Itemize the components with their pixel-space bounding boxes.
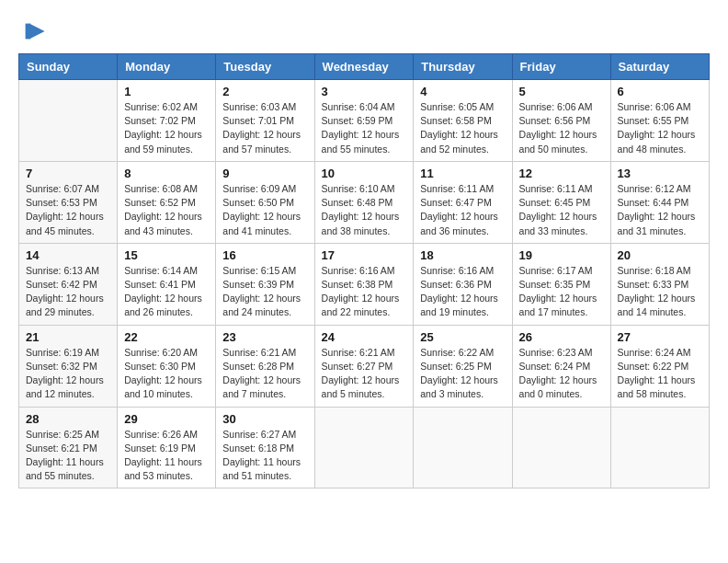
day-number: 13 (618, 167, 702, 180)
weekday-header: Sunday (19, 54, 118, 80)
day-number: 7 (26, 167, 110, 180)
calendar-cell (19, 80, 118, 162)
calendar-cell: 5Sunrise: 6:06 AM Sunset: 6:56 PM Daylig… (512, 80, 610, 162)
day-info: Sunrise: 6:08 AM Sunset: 6:52 PM Dayligh… (124, 182, 209, 238)
day-number: 2 (222, 85, 307, 98)
day-number: 11 (420, 167, 505, 180)
logo-icon (20, 18, 46, 44)
day-info: Sunrise: 6:06 AM Sunset: 6:55 PM Dayligh… (618, 100, 702, 156)
day-info: Sunrise: 6:26 AM Sunset: 6:19 PM Dayligh… (124, 428, 209, 484)
page-header (18, 15, 710, 44)
day-number: 8 (124, 167, 209, 180)
day-info: Sunrise: 6:04 AM Sunset: 6:59 PM Dayligh… (322, 100, 407, 156)
day-info: Sunrise: 6:27 AM Sunset: 6:18 PM Dayligh… (222, 428, 307, 484)
day-number: 22 (124, 330, 209, 344)
logo (18, 18, 46, 44)
day-info: Sunrise: 6:07 AM Sunset: 6:53 PM Dayligh… (26, 182, 110, 238)
calendar-cell: 30Sunrise: 6:27 AM Sunset: 6:18 PM Dayli… (216, 407, 314, 488)
calendar-cell: 17Sunrise: 6:16 AM Sunset: 6:38 PM Dayli… (314, 243, 414, 325)
day-info: Sunrise: 6:11 AM Sunset: 6:45 PM Dayligh… (519, 182, 604, 238)
calendar-cell: 9Sunrise: 6:09 AM Sunset: 6:50 PM Daylig… (216, 161, 314, 243)
calendar-cell: 26Sunrise: 6:23 AM Sunset: 6:24 PM Dayli… (512, 325, 610, 407)
day-number: 24 (322, 330, 407, 344)
calendar-cell: 13Sunrise: 6:12 AM Sunset: 6:44 PM Dayli… (610, 161, 709, 243)
day-number: 20 (618, 248, 702, 262)
calendar-cell: 23Sunrise: 6:21 AM Sunset: 6:28 PM Dayli… (216, 325, 314, 407)
day-info: Sunrise: 6:11 AM Sunset: 6:47 PM Dayligh… (420, 182, 505, 238)
weekday-header: Saturday (610, 54, 709, 80)
day-info: Sunrise: 6:17 AM Sunset: 6:35 PM Dayligh… (519, 264, 604, 320)
day-number: 26 (519, 330, 604, 344)
calendar-week-row: 7Sunrise: 6:07 AM Sunset: 6:53 PM Daylig… (19, 161, 710, 243)
calendar-cell: 28Sunrise: 6:25 AM Sunset: 6:21 PM Dayli… (19, 407, 118, 488)
calendar-cell: 11Sunrise: 6:11 AM Sunset: 6:47 PM Dayli… (414, 161, 512, 243)
day-number: 12 (519, 167, 604, 180)
day-number: 30 (222, 412, 307, 426)
day-info: Sunrise: 6:24 AM Sunset: 6:22 PM Dayligh… (618, 346, 702, 402)
calendar-cell: 22Sunrise: 6:20 AM Sunset: 6:30 PM Dayli… (118, 325, 216, 407)
weekday-header: Friday (512, 54, 610, 80)
day-info: Sunrise: 6:09 AM Sunset: 6:50 PM Dayligh… (222, 182, 307, 238)
calendar-week-row: 28Sunrise: 6:25 AM Sunset: 6:21 PM Dayli… (19, 407, 710, 488)
calendar-table: SundayMondayTuesdayWednesdayThursdayFrid… (18, 53, 710, 488)
calendar-cell (512, 407, 610, 488)
calendar-cell (414, 407, 512, 488)
day-info: Sunrise: 6:25 AM Sunset: 6:21 PM Dayligh… (26, 428, 110, 484)
day-number: 15 (124, 248, 209, 262)
day-number: 9 (222, 167, 307, 180)
day-info: Sunrise: 6:23 AM Sunset: 6:24 PM Dayligh… (519, 346, 604, 402)
day-info: Sunrise: 6:06 AM Sunset: 6:56 PM Dayligh… (519, 100, 604, 156)
weekday-header: Monday (118, 54, 216, 80)
day-number: 1 (124, 85, 209, 98)
svg-marker-0 (29, 24, 45, 40)
day-number: 19 (519, 248, 604, 262)
day-info: Sunrise: 6:21 AM Sunset: 6:27 PM Dayligh… (322, 346, 407, 402)
day-info: Sunrise: 6:20 AM Sunset: 6:30 PM Dayligh… (124, 346, 209, 402)
calendar-cell: 21Sunrise: 6:19 AM Sunset: 6:32 PM Dayli… (19, 325, 118, 407)
day-info: Sunrise: 6:19 AM Sunset: 6:32 PM Dayligh… (26, 346, 110, 402)
calendar-cell (314, 407, 414, 488)
calendar-cell: 29Sunrise: 6:26 AM Sunset: 6:19 PM Dayli… (118, 407, 216, 488)
calendar-cell: 19Sunrise: 6:17 AM Sunset: 6:35 PM Dayli… (512, 243, 610, 325)
calendar-header-row: SundayMondayTuesdayWednesdayThursdayFrid… (19, 54, 710, 80)
svg-rect-1 (26, 24, 31, 40)
calendar-cell: 7Sunrise: 6:07 AM Sunset: 6:53 PM Daylig… (19, 161, 118, 243)
day-number: 25 (420, 330, 505, 344)
calendar-cell: 18Sunrise: 6:16 AM Sunset: 6:36 PM Dayli… (414, 243, 512, 325)
calendar-cell (610, 407, 709, 488)
day-number: 29 (124, 412, 209, 426)
calendar-cell: 10Sunrise: 6:10 AM Sunset: 6:48 PM Dayli… (314, 161, 414, 243)
day-info: Sunrise: 6:18 AM Sunset: 6:33 PM Dayligh… (618, 264, 702, 320)
calendar-cell: 20Sunrise: 6:18 AM Sunset: 6:33 PM Dayli… (610, 243, 709, 325)
day-info: Sunrise: 6:10 AM Sunset: 6:48 PM Dayligh… (322, 182, 407, 238)
weekday-header: Thursday (414, 54, 512, 80)
calendar-cell: 2Sunrise: 6:03 AM Sunset: 7:01 PM Daylig… (216, 80, 314, 162)
day-info: Sunrise: 6:14 AM Sunset: 6:41 PM Dayligh… (124, 264, 209, 320)
day-number: 18 (420, 248, 505, 262)
day-number: 6 (618, 85, 702, 98)
calendar-cell: 25Sunrise: 6:22 AM Sunset: 6:25 PM Dayli… (414, 325, 512, 407)
day-number: 28 (26, 412, 110, 426)
day-info: Sunrise: 6:22 AM Sunset: 6:25 PM Dayligh… (420, 346, 505, 402)
day-info: Sunrise: 6:21 AM Sunset: 6:28 PM Dayligh… (222, 346, 307, 402)
calendar-week-row: 21Sunrise: 6:19 AM Sunset: 6:32 PM Dayli… (19, 325, 710, 407)
calendar-cell: 1Sunrise: 6:02 AM Sunset: 7:02 PM Daylig… (118, 80, 216, 162)
calendar-cell: 3Sunrise: 6:04 AM Sunset: 6:59 PM Daylig… (314, 80, 414, 162)
day-number: 4 (420, 85, 505, 98)
calendar-cell: 12Sunrise: 6:11 AM Sunset: 6:45 PM Dayli… (512, 161, 610, 243)
day-number: 3 (322, 85, 407, 98)
day-info: Sunrise: 6:15 AM Sunset: 6:39 PM Dayligh… (222, 264, 307, 320)
day-info: Sunrise: 6:12 AM Sunset: 6:44 PM Dayligh… (618, 182, 702, 238)
day-number: 16 (222, 248, 307, 262)
day-number: 17 (322, 248, 407, 262)
day-number: 21 (26, 330, 110, 344)
weekday-header: Wednesday (314, 54, 414, 80)
weekday-header: Tuesday (216, 54, 314, 80)
day-number: 23 (222, 330, 307, 344)
day-number: 5 (519, 85, 604, 98)
calendar-cell: 8Sunrise: 6:08 AM Sunset: 6:52 PM Daylig… (118, 161, 216, 243)
calendar-cell: 16Sunrise: 6:15 AM Sunset: 6:39 PM Dayli… (216, 243, 314, 325)
calendar-cell: 27Sunrise: 6:24 AM Sunset: 6:22 PM Dayli… (610, 325, 709, 407)
calendar-cell: 4Sunrise: 6:05 AM Sunset: 6:58 PM Daylig… (414, 80, 512, 162)
day-number: 10 (322, 167, 407, 180)
